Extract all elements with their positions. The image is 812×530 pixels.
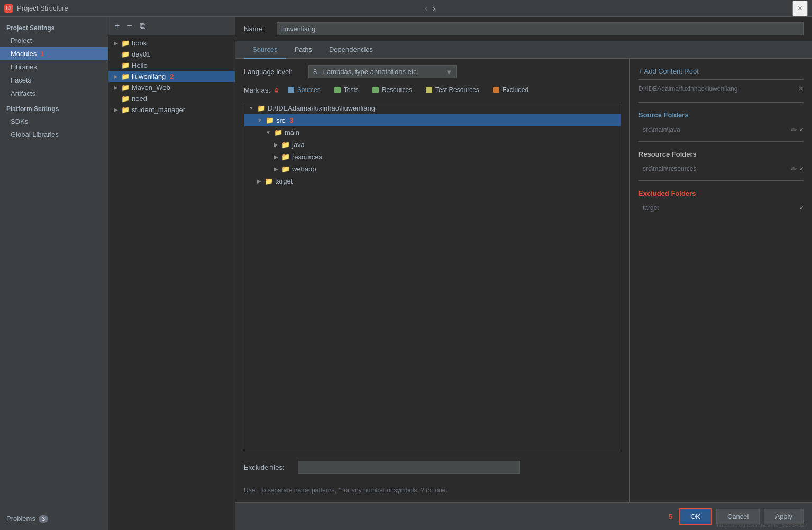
tab-sources[interactable]: Sources: [244, 41, 286, 59]
language-level-select[interactable]: 8 - Lambdas, type annotations etc.: [308, 65, 457, 78]
content-area: Language level: 8 - Lambdas, type annota…: [235, 59, 812, 502]
name-row: Name:: [235, 17, 812, 41]
platform-settings-title: Platform Settings: [0, 100, 108, 115]
resource-folders-title: Resource Folders: [638, 148, 804, 159]
tab-paths[interactable]: Paths: [286, 41, 321, 59]
mark-as-row: Mark as: 4 Sources Tests Resources: [244, 85, 621, 95]
window-title: Project Structure: [17, 4, 68, 12]
mark-test-resources-button[interactable]: Test Resources: [422, 85, 483, 95]
tree-item-need[interactable]: 📁 need: [108, 93, 235, 104]
copy-module-button[interactable]: ⧉: [138, 20, 148, 32]
excluded-remove-button[interactable]: ×: [799, 204, 804, 212]
mark-sources-button[interactable]: Sources: [284, 85, 325, 95]
excluded-folder-entry: target ×: [638, 203, 804, 213]
tree-item-liuwenliang[interactable]: ▶ 📁 liuwenliang 2: [108, 71, 235, 82]
exclude-files-row: Exclude files:: [244, 456, 621, 478]
file-tree-webapp[interactable]: ▶ 📁 webapp: [244, 163, 621, 175]
add-module-button[interactable]: +: [113, 20, 122, 32]
sidebar-item-libraries[interactable]: Libraries: [0, 60, 108, 74]
language-level-label: Language level:: [244, 68, 302, 76]
nav-forward[interactable]: ›: [431, 3, 436, 14]
sidebar-item-global-libraries[interactable]: Global Libraries: [0, 128, 108, 141]
divider-1: [638, 102, 804, 103]
ok-annotation: 5: [669, 513, 672, 520]
app-icon: IJ: [4, 4, 13, 13]
resource-remove-button[interactable]: ×: [799, 165, 804, 173]
file-tree: ▼ 📁 D:\IDEAdaima\fuxinhao\liuwenliang ▼ …: [244, 102, 621, 450]
tab-dependencies[interactable]: Dependencies: [321, 41, 381, 59]
right-panel: Name: Sources Paths Dependencies Languag…: [235, 17, 812, 530]
main-layout: Project Settings Project Modules 1 Libra…: [0, 17, 812, 530]
mark-resources-button[interactable]: Resources: [368, 85, 416, 95]
resource-edit-button[interactable]: ✏: [791, 165, 797, 173]
tree-item-student-manager[interactable]: ▶ 📁 student_manager: [108, 104, 235, 115]
language-level-row: Language level: 8 - Lambdas, type annota…: [244, 65, 621, 78]
exclude-label: Exclude files:: [244, 463, 291, 471]
excluded-folders-title: Excluded Folders: [638, 187, 804, 198]
divider-3: [638, 180, 804, 181]
file-tree-resources[interactable]: ▶ 📁 resources: [244, 151, 621, 163]
info-panel: + Add Content Root D:\IDEAdaima\fuxinhao…: [629, 59, 812, 502]
module-tree-panel: + − ⧉ ▶ 📁 book 📁 day01 📁 Hello: [108, 17, 235, 530]
problems-label: Problems: [6, 515, 35, 523]
tree-item-book[interactable]: ▶ 📁 book: [108, 38, 235, 49]
remove-module-button[interactable]: −: [125, 20, 134, 32]
name-input[interactable]: [277, 22, 804, 35]
modules-annotation: 1: [41, 50, 44, 58]
info-panel-path: D:\IDEAdaima\fuxinhao\liuwenliang ×: [638, 84, 804, 94]
tree-item-maven-web[interactable]: ▶ 📁 Maven_Web: [108, 82, 235, 93]
sidebar-item-facets[interactable]: Facets: [0, 74, 108, 87]
nav-back[interactable]: ‹: [424, 3, 429, 14]
sidebar-item-artifacts[interactable]: Artifacts: [0, 87, 108, 100]
mark-excluded-button[interactable]: Excluded: [489, 85, 533, 95]
tree-toolbar: + − ⧉: [108, 17, 235, 35]
title-bar: IJ Project Structure ‹ › ×: [0, 0, 812, 17]
sidebar-item-project[interactable]: Project: [0, 34, 108, 47]
sidebar: Project Settings Project Modules 1 Libra…: [0, 17, 108, 530]
source-remove-button[interactable]: ×: [799, 125, 804, 134]
add-content-root-button[interactable]: + Add Content Root: [638, 65, 699, 77]
tree-content: ▶ 📁 book 📁 day01 📁 Hello ▶ 📁 liuwenliang: [108, 35, 235, 530]
mark-as-annotation: 4: [274, 86, 278, 94]
ok-button[interactable]: OK: [679, 508, 712, 525]
source-edit-button[interactable]: ✏: [791, 125, 797, 134]
language-level-dropdown-wrapper: 8 - Lambdas, type annotations etc. ▼: [308, 65, 457, 78]
source-folder-entry: src\main\java ✏ ×: [638, 124, 804, 135]
exclude-input[interactable]: [298, 461, 520, 474]
divider-2: [638, 141, 804, 142]
tree-item-hello[interactable]: 📁 Hello: [108, 60, 235, 71]
liuwenliang-annotation: 2: [170, 72, 174, 80]
sidebar-item-modules[interactable]: Modules 1: [0, 47, 108, 60]
exclude-hint: Use ; to separate name patterns, * for a…: [244, 485, 621, 496]
sidebar-item-sdks[interactable]: SDKs: [0, 115, 108, 128]
file-tree-main[interactable]: ▼ 📁 main: [244, 126, 621, 139]
watermark: https://blog.csdn.net/m0_52334927: [717, 522, 808, 528]
name-label: Name:: [244, 25, 270, 33]
sidebar-problems[interactable]: Problems 3: [0, 511, 108, 526]
file-tree-src[interactable]: ▼ 📁 src 3: [244, 114, 621, 126]
source-folders-title: Source Folders: [638, 109, 804, 120]
problems-badge: 3: [39, 515, 48, 523]
src-annotation: 3: [289, 116, 293, 124]
project-settings-title: Project Settings: [0, 21, 108, 34]
info-panel-header: + Add Content Root: [638, 65, 804, 80]
file-tree-root[interactable]: ▼ 📁 D:\IDEAdaima\fuxinhao\liuwenliang: [244, 102, 621, 114]
file-tree-target[interactable]: ▶ 📁 target: [244, 175, 621, 187]
main-content: Language level: 8 - Lambdas, type annota…: [235, 59, 629, 502]
tree-item-day01[interactable]: 📁 day01: [108, 49, 235, 60]
close-button[interactable]: ×: [792, 1, 808, 16]
tabs-row: Sources Paths Dependencies: [235, 41, 812, 59]
file-tree-java[interactable]: ▶ 📁 java: [244, 139, 621, 151]
resource-folder-entry: src\main\resources ✏ ×: [638, 163, 804, 174]
mark-as-label: Mark as: 4: [244, 86, 278, 94]
info-panel-close[interactable]: ×: [799, 84, 804, 94]
mark-tests-button[interactable]: Tests: [330, 85, 363, 95]
